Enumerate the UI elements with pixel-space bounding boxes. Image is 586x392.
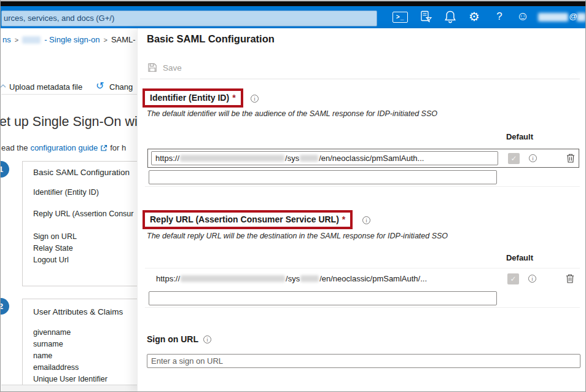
basic-saml-config-panel: Basic SAML Configuration Save Identifier…	[137, 28, 586, 392]
account-at-symbol[interactable]: @	[569, 11, 577, 22]
panel-title: Basic SAML Configuration	[147, 33, 275, 45]
url-scheme: https://	[155, 154, 179, 163]
identifier-new-entry-input[interactable]	[149, 170, 497, 184]
breadcrumb-separator: >	[104, 36, 107, 44]
info-icon[interactable]: i	[203, 335, 211, 343]
card-title: Basic SAML Configuration	[33, 168, 130, 177]
save-floppy-icon	[147, 63, 157, 73]
reply-url-label: Reply URL (Assertion Consumer Service UR…	[150, 214, 339, 224]
url-mid: /sys	[285, 154, 299, 163]
url-scheme: https://	[156, 274, 180, 283]
reply-url-description: The default reply URL will be the destin…	[147, 232, 448, 240]
section-divider	[145, 186, 580, 187]
card-item: name	[33, 351, 52, 360]
card-item: Identifier (Entity ID)	[33, 188, 99, 197]
identifier-description: The default identifier will be the audie…	[147, 109, 437, 118]
section-divider	[145, 268, 580, 269]
identifier-label: Identifier (Entity ID)	[150, 93, 229, 103]
url-tail: /en/neoclassic/pmSamlAuth...	[319, 154, 424, 163]
basic-saml-config-card[interactable]: Basic SAML Configuration Identifier (Ent…	[22, 161, 145, 286]
user-attributes-card[interactable]: User Attributes & Claims givenname surna…	[22, 299, 145, 392]
page-heading: et up Single Sign-On with	[0, 114, 149, 130]
info-icon[interactable]: i	[362, 216, 370, 224]
info-icon[interactable]: i	[529, 154, 537, 162]
upload-metadata-button[interactable]: Upload metadata file	[9, 82, 82, 92]
card-item: Reply URL (Assertion Consur	[33, 210, 133, 218]
card-item: Logout Url	[33, 256, 69, 264]
save-button[interactable]: Save	[147, 63, 182, 73]
required-asterisk: *	[342, 214, 345, 224]
window-top-strip	[1, 1, 585, 6]
card-item: emailaddress	[33, 363, 79, 372]
url-redacted-segment	[300, 155, 318, 162]
sign-on-url-label: Sign on URL	[147, 334, 198, 344]
url-mid: /sys	[286, 274, 300, 283]
left-footer-strip	[1, 385, 137, 392]
directory-filter-icon[interactable]	[419, 10, 432, 23]
sign-on-url-input[interactable]	[147, 354, 580, 368]
card-item: Sign on URL	[33, 232, 77, 241]
delete-trash-icon[interactable]	[566, 273, 574, 284]
info-icon[interactable]: i	[528, 275, 536, 283]
read-prefix: ead the	[1, 143, 28, 152]
section-divider	[145, 307, 580, 308]
external-link-icon	[100, 144, 107, 152]
card-item: Relay State	[33, 244, 73, 253]
reply-url-value: https:// /sys /en/neoclassic/pmSamlAuth/…	[156, 274, 427, 283]
url-tail: /en/neoclassic/pmSamlAuth/...	[319, 274, 427, 283]
reply-url-annotation-box: Reply URL (Assertion Consumer Service UR…	[143, 210, 353, 229]
default-checkbox-checked[interactable]: ✓	[508, 153, 520, 164]
upload-icon	[1, 84, 6, 91]
card-item: Unique User Identifier	[33, 375, 107, 383]
card-item: surname	[33, 340, 63, 348]
identifier-url-row: https:// /sys /en/neoclassic/pmSamlAuth.…	[147, 149, 579, 168]
url-redacted-host	[181, 275, 285, 282]
card-title: User Attributes & Claims	[33, 307, 123, 316]
identifier-url-input[interactable]: https:// /sys /en/neoclassic/pmSamlAuth.…	[151, 151, 498, 165]
read-guide-row: ead the configuration guide for h	[1, 143, 126, 152]
sign-on-url-header: Sign on URL i	[147, 334, 211, 344]
step-1-badge: 1	[0, 161, 9, 178]
help-icon[interactable]: ?	[493, 10, 506, 23]
reply-url-new-entry-input[interactable]	[149, 291, 497, 305]
identifier-annotation-box: Identifier (Entity ID) *	[143, 88, 243, 108]
default-column-header: Default	[482, 253, 533, 262]
reply-url-row: https:// /sys /en/neoclassic/pmSamlAuth/…	[147, 270, 579, 289]
account-domain-redacted	[577, 13, 586, 22]
breadcrumb-sso-link[interactable]: - Single sign-on	[44, 35, 100, 44]
delete-trash-icon[interactable]	[566, 153, 575, 163]
breadcrumb-prev-link[interactable]: ns	[2, 35, 11, 44]
feedback-smiley-icon[interactable]: ☺	[515, 9, 530, 23]
default-checkbox-checked[interactable]: ✓	[507, 273, 519, 284]
account-name-redacted	[538, 13, 568, 22]
breadcrumb: ns > - Single sign-on > SAML-	[2, 35, 136, 44]
breadcrumb-current: SAML-	[111, 35, 136, 44]
read-suffix: for h	[110, 143, 126, 152]
search-input[interactable]: urces, services, and docs (G+/)	[1, 10, 377, 26]
change-mode-button[interactable]: Chang	[109, 82, 133, 92]
app-name-redacted	[22, 36, 41, 44]
configuration-guide-link[interactable]: configuration guide	[30, 143, 98, 152]
step-2-badge: 2	[0, 298, 9, 315]
card-item: givenname	[33, 328, 71, 337]
change-mode-undo-icon: ↺	[96, 80, 104, 92]
notifications-bell-icon[interactable]	[444, 10, 456, 23]
info-icon[interactable]: i	[251, 95, 259, 103]
save-label: Save	[163, 63, 182, 73]
url-redacted-segment	[300, 275, 319, 282]
panel-divider	[140, 79, 580, 79]
required-asterisk: *	[232, 93, 235, 103]
toolbar-divider	[1, 94, 137, 95]
screenshot-frame: urces, services, and docs (G+/) >_ ⚙ ? ☺…	[0, 0, 586, 392]
cloud-shell-icon[interactable]: >_	[393, 12, 408, 23]
azure-topbar: urces, services, and docs (G+/) >_ ⚙ ? ☺…	[1, 6, 585, 28]
breadcrumb-separator: >	[15, 36, 18, 44]
url-redacted-host	[180, 155, 284, 162]
default-column-header: Default	[482, 132, 533, 141]
settings-gear-icon[interactable]: ⚙	[467, 10, 482, 23]
